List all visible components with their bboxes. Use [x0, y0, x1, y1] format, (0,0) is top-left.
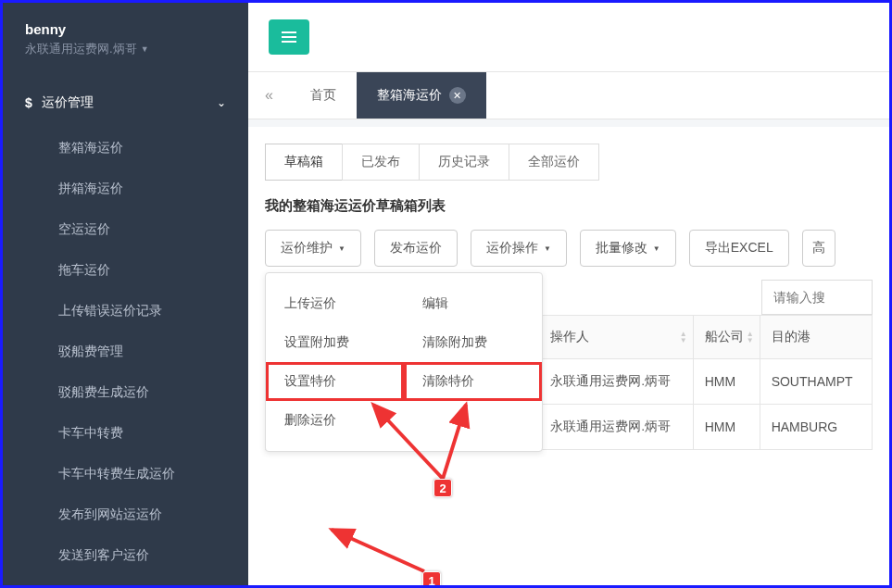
btn-batch[interactable]: 批量修改 ▼ [580, 230, 676, 267]
sort-icon: ▲▼ [680, 331, 687, 344]
org-name: 永联通用运费网.炳哥 [25, 41, 137, 57]
tab-nav-back[interactable]: « [248, 74, 290, 117]
dd-set-surcharge[interactable]: 设置附加费 [266, 323, 404, 362]
sub-tab-draft[interactable]: 草稿箱 [265, 144, 343, 181]
th-carrier[interactable]: 船公司▲▼ [693, 316, 760, 359]
nav-item-fcl[interactable]: 整箱海运价 [3, 128, 248, 169]
nav-item-air[interactable]: 空运运价 [3, 209, 248, 250]
btn-publish[interactable]: 发布运价 [374, 230, 458, 267]
nav-item-truck-transfer-gen[interactable]: 卡车中转费生成运价 [3, 454, 248, 494]
svg-line-2 [332, 530, 424, 571]
btn-publish-label: 发布运价 [390, 240, 442, 256]
btn-operate[interactable]: 运价操作 ▼ [471, 230, 567, 267]
sort-icon: ▲▼ [747, 331, 754, 344]
dd-edit[interactable]: 编辑 [404, 284, 542, 323]
nav-item-send-customer[interactable]: 发送到客户运价 [3, 535, 248, 576]
btn-export[interactable]: 导出EXCEL [689, 230, 789, 267]
dd-upload[interactable]: 上传运价 [266, 284, 404, 323]
cell-dest: SOUTHAMPT [760, 359, 872, 405]
tab-close-icon[interactable]: ✕ [449, 87, 466, 104]
sidebar-header: benny 永联通用运费网.炳哥 ▼ [3, 3, 248, 78]
cell-operator: 永联通用运费网.炳哥 [539, 405, 693, 450]
dd-clear-surcharge[interactable]: 清除附加费 [404, 323, 542, 362]
btn-more[interactable]: 高 [802, 230, 835, 267]
tab-fcl-label: 整箱海运价 [377, 87, 442, 104]
dollar-icon: $ [25, 95, 32, 110]
btn-export-label: 导出EXCEL [705, 240, 773, 256]
cell-dest: HAMBURG [760, 405, 872, 450]
tab-fcl-price[interactable]: 整箱海运价 ✕ [357, 72, 486, 119]
th-operator[interactable]: 操作人▲▼ [539, 316, 693, 359]
caret-down-icon: ▼ [141, 44, 149, 54]
th-dest[interactable]: 目的港 [760, 316, 872, 359]
caret-down-icon: ▼ [544, 244, 551, 253]
tabbar: « 首页 整箱海运价 ✕ [248, 72, 889, 119]
cell-carrier: HMM [693, 405, 760, 450]
dropdown-maintain: 上传运价 编辑 设置附加费 清除附加费 设置特价 清除特价 删除运价 [265, 272, 543, 452]
caret-down-icon: ▼ [653, 244, 660, 253]
tab-home[interactable]: 首页 [290, 72, 357, 119]
sub-tab-history[interactable]: 历史记录 [419, 144, 509, 181]
nav-item-lcl[interactable]: 拼箱海运价 [3, 169, 248, 209]
sub-tabs: 草稿箱 已发布 历史记录 全部运价 [265, 144, 873, 181]
cell-operator: 永联通用运费网.炳哥 [539, 359, 693, 405]
sub-tab-published[interactable]: 已发布 [342, 144, 420, 181]
toolbar: 运价维护 ▼ 发布运价 运价操作 ▼ 批量修改 ▼ 导出EXCEL [265, 230, 873, 267]
sidebar: benny 永联通用运费网.炳哥 ▼ $ 运价管理 ⌄ 整箱海运价 拼箱海运价 … [3, 3, 248, 585]
hamburger-icon [282, 31, 296, 43]
nav-item-publish-web[interactable]: 发布到网站运运价 [3, 494, 248, 535]
dd-set-special[interactable]: 设置特价 [266, 362, 404, 401]
username: benny [25, 21, 226, 37]
menu-toggle-button[interactable] [269, 19, 309, 55]
btn-maintain[interactable]: 运价维护 ▼ [265, 230, 361, 267]
topbar [248, 3, 889, 72]
org-selector[interactable]: 永联通用运费网.炳哥 ▼ [25, 41, 226, 57]
btn-more-label: 高 [812, 240, 825, 256]
dd-clear-special[interactable]: 清除特价 [404, 362, 542, 401]
tab-home-label: 首页 [310, 87, 336, 104]
nav-item-barge-gen[interactable]: 驳船费生成运价 [3, 372, 248, 413]
sub-tab-all[interactable]: 全部运价 [509, 144, 599, 181]
nav-section-label: 运价管理 [42, 94, 94, 111]
nav-item-upload-error[interactable]: 上传错误运价记录 [3, 291, 248, 332]
main: « 首页 整箱海运价 ✕ 草稿箱 已发布 历史记录 全部运价 我的整箱海运运价草… [248, 3, 889, 585]
btn-operate-label: 运价操作 [486, 240, 538, 256]
annotation-badge-1: 1 [422, 571, 441, 585]
nav-items: 整箱海运价 拼箱海运价 空运运价 拖车运价 上传错误运价记录 驳船费管理 驳船费… [3, 128, 248, 576]
btn-maintain-label: 运价维护 [281, 240, 333, 256]
annotation-badge-2: 2 [433, 479, 452, 497]
nav-section-pricing[interactable]: $ 运价管理 ⌄ [3, 78, 248, 128]
content: 草稿箱 已发布 历史记录 全部运价 我的整箱海运运价草稿箱列表 运价维护 ▼ 发… [248, 127, 889, 585]
chevron-down-icon: ⌄ [217, 96, 226, 109]
search-input[interactable] [761, 280, 873, 315]
btn-batch-label: 批量修改 [596, 240, 647, 256]
panel-title: 我的整箱海运运价草稿箱列表 [265, 197, 873, 215]
nav-item-truck-transfer[interactable]: 卡车中转费 [3, 413, 248, 454]
nav-item-truck[interactable]: 拖车运价 [3, 250, 248, 291]
nav-item-barge-fee[interactable]: 驳船费管理 [3, 332, 248, 372]
dd-delete[interactable]: 删除运价 [266, 401, 404, 440]
annotation-arrow-1 [313, 516, 443, 581]
caret-down-icon: ▼ [338, 244, 345, 253]
cell-carrier: HMM [693, 359, 760, 405]
